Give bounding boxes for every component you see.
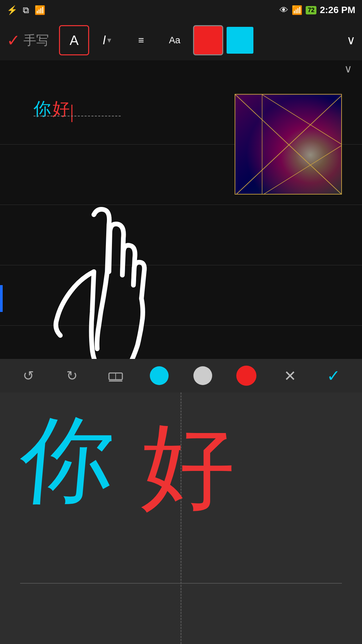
cyan-dot-indicator [150,366,169,385]
eraser-icon [106,366,125,385]
hw-confirm-button[interactable]: ✓ [322,364,345,387]
text-cursor [71,105,72,122]
text-align-button[interactable]: ≡ [126,25,156,55]
dot-cyan-button[interactable] [147,364,171,387]
left-marker [0,285,3,312]
dot-white-button[interactable] [191,364,215,387]
color-box-x-svg [235,95,342,195]
text-size-button[interactable]: Aa [160,25,190,55]
collapse-arrow-icon[interactable]: ∨ [344,62,352,75]
dot-red-button[interactable] [235,364,258,387]
toolbar: ✓ 手写 A I ▼ ≡ Aa ∨ [0,20,362,60]
canvas-area[interactable]: 你 好 [0,77,362,359]
redo-button[interactable]: ↻ [60,364,84,387]
confirm-icon: ✓ [327,366,340,385]
close-icon: ✕ [284,367,296,384]
pointer-hand [20,205,168,359]
text-bold-icon: A [70,33,79,48]
red-dot-indicator [236,366,256,386]
text-italic-button[interactable]: I ▼ [93,25,123,55]
text-size-icon: Aa [169,35,180,46]
collapse-row: ∨ [0,60,362,77]
status-bar: ⚡ ⧉ 📶 👁 📶 72 2:26 PM [0,0,362,20]
hw-char-hao: 好 [141,419,235,513]
close-button[interactable]: ✕ [278,364,302,387]
collapse-icon[interactable]: ∨ [347,33,355,47]
text-italic-icon: I [103,33,106,47]
bottom-toolbar: ↺ ↻ ✕ ✓ [0,359,362,392]
clock: 2:26 PM [320,5,355,15]
hw-h-separator [20,583,342,584]
usb-icon: ⚡ [7,5,17,15]
undo-button[interactable]: ↺ [17,364,40,387]
color-cyan-button[interactable] [227,27,253,54]
text-underline [34,116,121,116]
hw-input-area[interactable]: 你 好 [0,392,362,644]
undo-icon: ↺ [23,368,34,383]
color-red-button[interactable] [193,25,223,55]
redo-icon: ↻ [66,368,78,383]
eye-icon: 👁 [280,5,288,15]
wifi-icon: 📶 [35,5,45,15]
toolbar-title: 手写 [23,32,49,49]
clipboard-icon: ⧉ [23,5,29,15]
text-align-icon: ≡ [138,35,144,46]
signal-icon: 📶 [292,5,302,15]
color-picker-box[interactable] [235,94,342,195]
battery-level: 72 [306,6,316,14]
eraser-button[interactable] [104,364,127,387]
confirm-button[interactable]: ✓ [7,31,20,50]
hw-char-ni: 你 [16,413,118,506]
text-preview: 你 好 [34,97,72,122]
text-bold-button[interactable]: A [59,25,89,55]
white-dot-indicator [193,366,212,385]
